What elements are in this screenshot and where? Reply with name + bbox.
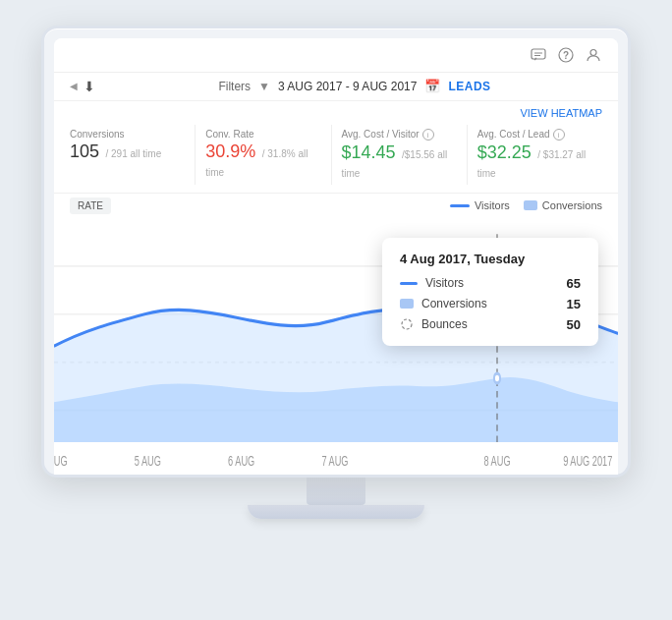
stat-label-conv-rate: Conv. Rate xyxy=(205,129,320,140)
stat-sub-conversions: / 291 all time xyxy=(106,148,162,159)
stat-cost-lead: Avg. Cost / Leadi $32.25 / $31.27 all ti… xyxy=(468,125,602,185)
filters-label: Filters xyxy=(218,80,251,93)
stat-label-cost-lead: Avg. Cost / Leadi xyxy=(477,129,592,141)
x-label-5aug: 5 AUG xyxy=(135,453,161,470)
user-icon[interactable] xyxy=(585,46,602,64)
stat-value-cost-visitor: $14.45 xyxy=(342,142,396,162)
filter-left: ◀ ⬇ xyxy=(70,79,95,94)
legend-conversions-label: Conversions xyxy=(542,199,602,211)
back-arrow-icon[interactable]: ◀ xyxy=(70,81,78,91)
monitor-base xyxy=(248,505,424,519)
help-icon[interactable]: ? xyxy=(557,46,575,64)
tooltip-conversions-icon xyxy=(400,299,414,309)
x-label-8aug: 8 AUG xyxy=(483,453,510,470)
legend-bar: RATE Visitors Conversions xyxy=(54,194,618,218)
stats-row: Conversions 105 / 291 all time Conv. Rat… xyxy=(54,121,618,194)
stat-cost-visitor: Avg. Cost / Visitori $14.45 /$15.56 all … xyxy=(332,125,468,185)
tooltip-row-bounces: Bounces 50 xyxy=(400,317,581,332)
stat-label-conversions: Conversions xyxy=(70,129,185,140)
filter-bar: ◀ ⬇ Filters ▼ 3 AUG 2017 - 9 AUG 2017 📅 … xyxy=(54,73,618,101)
tooltip-conversions-value: 15 xyxy=(567,297,581,311)
tooltip-visitors-metric: Visitors xyxy=(425,276,559,290)
svg-rect-0 xyxy=(532,49,545,59)
heatmap-bar: VIEW HEATMAP xyxy=(54,101,618,121)
svg-point-5 xyxy=(590,49,596,55)
stat-conversions: Conversions 105 / 291 all time xyxy=(70,125,196,185)
chart-area: 4 AUG 5 AUG 6 AUG 7 AUG 8 AUG 9 AUG 2017… xyxy=(54,218,618,475)
chart-dot-conversions xyxy=(494,373,500,383)
info-icon-2[interactable]: i xyxy=(553,129,565,141)
chart-tooltip: 4 Aug 2017, Tuesday Visitors 65 Conversi… xyxy=(382,238,598,346)
monitor-neck xyxy=(307,478,365,505)
svg-text:?: ? xyxy=(563,50,569,61)
download-icon[interactable]: ⬇ xyxy=(84,79,95,94)
legend-visitors: Visitors xyxy=(450,199,510,211)
calendar-icon[interactable]: 📅 xyxy=(424,79,440,93)
stat-conv-rate: Conv. Rate 30.9% / 31.8% all time xyxy=(196,125,331,185)
filter-center: Filters ▼ 3 AUG 2017 - 9 AUG 2017 📅 LEAD… xyxy=(107,79,602,93)
monitor-wrapper: ? ◀ ⬇ Filters ▼ xyxy=(31,26,641,595)
x-label-7aug: 7 AUG xyxy=(321,453,348,470)
x-label-4aug: 4 AUG xyxy=(54,453,68,470)
legend-conversions: Conversions xyxy=(524,199,602,211)
tooltip-visitors-icon xyxy=(400,282,418,285)
stat-value-conv-rate: 30.9% xyxy=(205,141,255,161)
tooltip-bounces-value: 50 xyxy=(567,317,581,332)
tooltip-title: 4 Aug 2017, Tuesday xyxy=(400,252,581,266)
info-icon-1[interactable]: i xyxy=(422,129,434,141)
leads-button[interactable]: LEADS xyxy=(448,80,490,93)
legend-visitors-label: Visitors xyxy=(475,199,510,211)
tooltip-bounces-metric: Bounces xyxy=(421,317,559,331)
tooltip-bounces-icon xyxy=(400,317,414,331)
tooltip-row-visitors: Visitors 65 xyxy=(400,276,581,291)
tooltip-row-conversions: Conversions 15 xyxy=(400,297,581,311)
conversions-legend-box xyxy=(524,200,537,210)
chat-icon[interactable] xyxy=(530,46,547,64)
tooltip-visitors-value: 65 xyxy=(567,276,581,291)
svg-point-10 xyxy=(402,319,412,329)
x-label-6aug: 6 AUG xyxy=(228,453,254,470)
tooltip-conversions-metric: Conversions xyxy=(421,297,559,310)
monitor-frame: ? ◀ ⬇ Filters ▼ xyxy=(41,26,631,478)
legend-items: Visitors Conversions xyxy=(450,199,602,211)
date-range: 3 AUG 2017 - 9 AUG 2017 xyxy=(278,80,417,93)
top-bar: ? xyxy=(54,38,618,73)
rate-button[interactable]: RATE xyxy=(70,197,111,214)
visitors-legend-line xyxy=(450,204,470,207)
view-heatmap-link[interactable]: VIEW HEATMAP xyxy=(520,107,602,119)
stat-value-conversions: 105 xyxy=(70,141,99,161)
monitor-screen: ? ◀ ⬇ Filters ▼ xyxy=(54,38,618,475)
stat-value-cost-lead: $32.25 xyxy=(477,142,532,162)
filter-icon[interactable]: ▼ xyxy=(258,80,270,93)
x-label-9aug: 9 AUG 2017 xyxy=(563,453,612,470)
stat-label-cost-visitor: Avg. Cost / Visitori xyxy=(342,129,457,141)
